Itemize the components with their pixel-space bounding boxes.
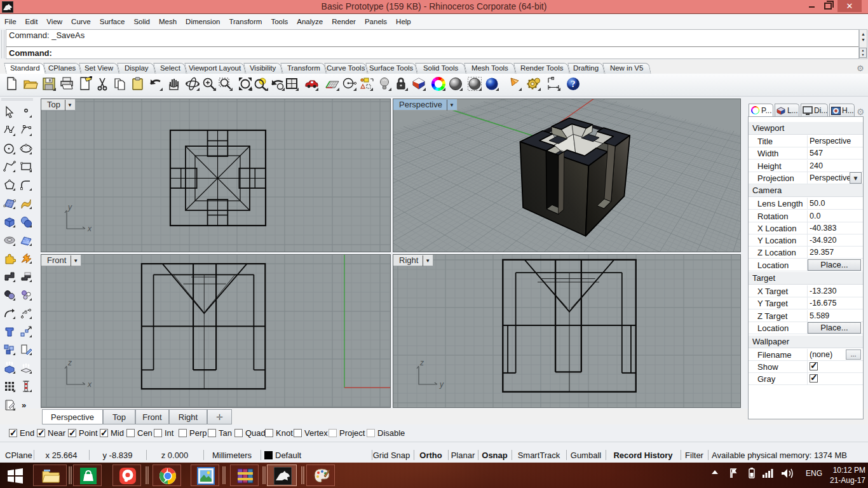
svg-text:y: y — [67, 203, 72, 212]
svg-text:»: » — [22, 400, 26, 410]
svg-text:z: z — [419, 358, 424, 367]
svg-text:ENG: ENG — [806, 469, 822, 478]
svg-text:?: ? — [571, 79, 576, 89]
svg-text:x: x — [87, 380, 92, 389]
svg-text:x: x — [87, 224, 92, 233]
svg-text:y: y — [439, 380, 444, 389]
svg-text:z: z — [67, 358, 72, 367]
